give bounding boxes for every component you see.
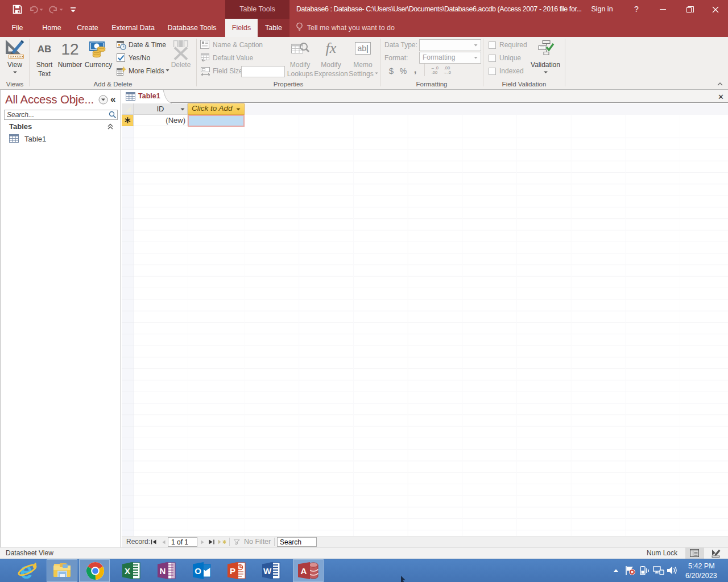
svg-text:X: X (125, 566, 130, 576)
svg-text:N: N (160, 566, 166, 576)
svg-text:O: O (195, 566, 201, 576)
svg-text:P: P (230, 566, 235, 576)
svg-text:A: A (301, 566, 307, 576)
svg-text:e: e (20, 561, 32, 580)
svg-text:W: W (263, 566, 272, 576)
